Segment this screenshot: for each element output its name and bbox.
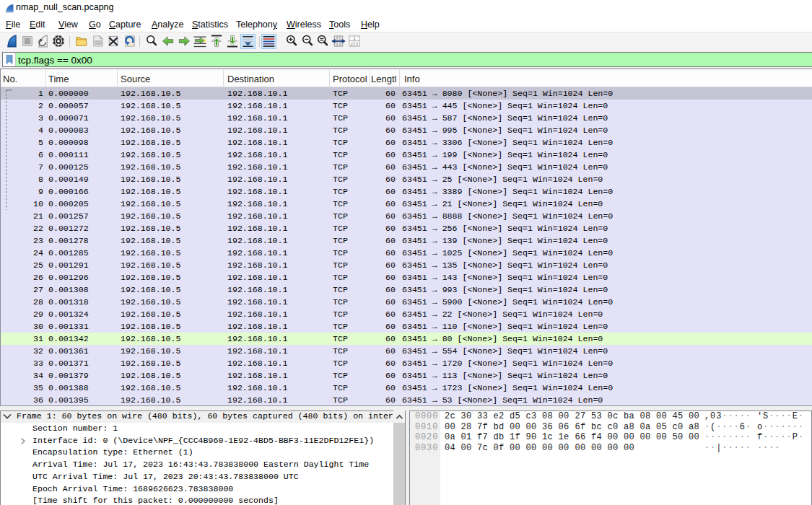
svg-text:2: 2 bbox=[351, 42, 353, 46]
svg-text:1: 1 bbox=[354, 36, 356, 40]
svg-text:3: 3 bbox=[356, 42, 358, 46]
svg-text:010: 010 bbox=[95, 41, 101, 45]
